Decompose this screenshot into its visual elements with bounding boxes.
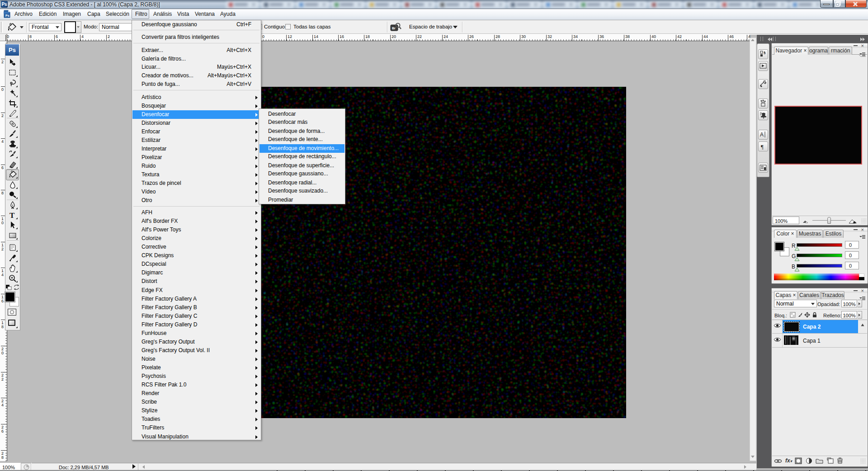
svg-text:Br: Br	[392, 27, 396, 30]
svg-text:A: A	[760, 132, 764, 138]
svg-text:¶: ¶	[761, 143, 764, 150]
svg-text:T: T	[9, 211, 15, 220]
svg-text:Ps: Ps	[5, 14, 9, 17]
svg-text:5: 5	[764, 51, 766, 55]
